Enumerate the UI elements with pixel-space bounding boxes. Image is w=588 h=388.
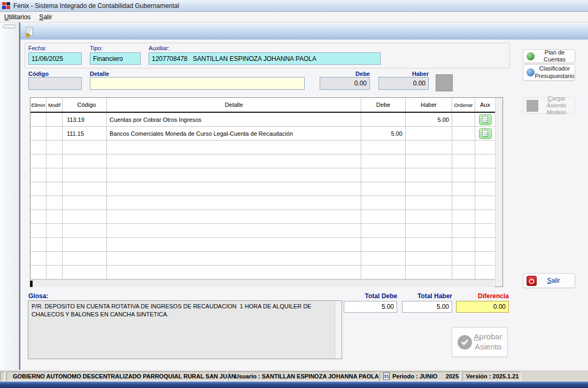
total-haber-field: 5.00 [402, 301, 452, 313]
cell-detalle [107, 182, 361, 196]
green-sphere-icon [527, 52, 535, 60]
codigo-label: Código [28, 71, 49, 77]
menu-utilitarios-mnemonic: U [4, 13, 9, 21]
cell-detalle[interactable]: Cuentas por Cobrar Otros Ingresos [107, 113, 361, 126]
cell-detalle [107, 154, 361, 168]
scrollbar-thumb[interactable] [30, 281, 33, 287]
cell-aux [475, 266, 495, 279]
cell-detalle [107, 210, 361, 223]
cell-ordenar [452, 210, 475, 223]
aux-detail-button[interactable] [479, 128, 492, 139]
total-haber-label: Total Haber [402, 292, 452, 300]
cell-modif [47, 182, 63, 196]
table-row[interactable] [30, 196, 495, 210]
cell-ordenar [452, 252, 475, 265]
haber-input[interactable]: 0.00 [378, 77, 429, 90]
status-version: Versión : 2025.1.21 [462, 371, 521, 381]
menu-salir[interactable]: Salir [35, 12, 56, 22]
table-row[interactable] [30, 141, 495, 154]
cell-codigo [63, 252, 107, 265]
table-row[interactable] [30, 154, 495, 168]
cell-elimin [30, 196, 47, 209]
tipo-field[interactable]: Financiero [90, 52, 141, 65]
cell-haber [406, 141, 452, 154]
table-row[interactable] [30, 210, 495, 224]
table-row[interactable]: 113.19Cuentas por Cobrar Otros Ingresos5… [30, 113, 495, 127]
table-horizontal-scrollbar[interactable] [30, 280, 494, 287]
salir-button[interactable]: Salir [523, 273, 575, 288]
debe-input[interactable]: 0.00 [320, 77, 370, 90]
cell-debe [361, 168, 406, 182]
column-header-haber: Haber [406, 98, 452, 112]
cell-codigo [63, 224, 107, 237]
auxiliar-label: Auxiliar: [149, 45, 169, 51]
table-row[interactable] [30, 266, 495, 280]
cell-elimin [30, 168, 47, 182]
table-row[interactable] [30, 224, 495, 238]
cell-haber [406, 252, 452, 265]
cell-elimin[interactable] [30, 127, 47, 140]
plan-de-cuentas-button[interactable]: Plan de Cuentas [523, 49, 575, 63]
table-row[interactable] [30, 252, 495, 266]
cell-modif [47, 154, 63, 168]
glosa-textarea[interactable]: P/R. DEPOSITO EN CUENTA ROTATIVA DE INGR… [28, 300, 342, 359]
clasificador-presupuestario-button[interactable]: ClasificadorPresupuestario [523, 64, 575, 81]
aux-detail-button[interactable] [479, 114, 492, 125]
cell-elimin[interactable] [30, 113, 47, 126]
cell-modif[interactable] [47, 113, 63, 126]
cell-modif[interactable] [47, 127, 63, 140]
total-debe-field: 5.00 [344, 301, 397, 313]
cell-ordenar[interactable] [452, 127, 475, 140]
cell-aux[interactable] [475, 127, 495, 140]
cell-detalle [107, 252, 361, 265]
cell-codigo[interactable]: 111.15 [63, 127, 107, 140]
menu-utilitarios-rest: tilitarios [9, 13, 31, 21]
aprobar-line2: Asiento [475, 342, 501, 351]
table-row[interactable] [30, 238, 495, 252]
add-entry-button[interactable] [436, 74, 453, 91]
cell-haber [406, 154, 452, 168]
cell-ordenar[interactable] [452, 113, 475, 126]
cargar-asiento-modelo-button[interactable]: Cargar AsientoModelo [523, 97, 575, 114]
menu-utilitarios[interactable]: Utilitarios [0, 12, 35, 22]
detalle-input[interactable] [90, 77, 305, 90]
cell-debe[interactable] [361, 113, 406, 126]
column-header-aux: Aux [475, 98, 495, 112]
cell-codigo[interactable]: 113.19 [63, 113, 107, 126]
column-header-ordenar: Ordenar [452, 98, 475, 112]
cell-haber[interactable] [406, 127, 452, 140]
cell-detalle [107, 238, 361, 251]
cell-modif [47, 210, 63, 223]
auxiliar-field[interactable]: 1207708478 SANTILLAN ESPINOZA JOHANNA PA… [149, 52, 381, 65]
cell-elimin [30, 154, 47, 168]
codigo-input[interactable] [28, 77, 82, 90]
aprobar-asiento-button[interactable]: AprobarAsiento [452, 327, 508, 357]
document-coins-icon[interactable] [25, 27, 35, 37]
cell-aux[interactable] [475, 113, 495, 126]
fecha-field[interactable]: 11/06/2025 [28, 52, 82, 65]
cell-debe [361, 252, 406, 265]
cargar-mnemonic: C [547, 95, 552, 102]
check-icon [458, 335, 472, 350]
table-vertical-scrollbar[interactable] [495, 98, 502, 286]
menu-salir-rest: alir [43, 13, 52, 21]
power-icon [527, 276, 537, 286]
cell-debe[interactable]: 5.00 [361, 127, 406, 140]
status-usuario-text: Usuario : SANTILLAN ESPINOZA JOHANNA PAO… [235, 373, 379, 379]
cell-codigo [63, 238, 107, 251]
fecha-label: Fecha: [28, 45, 47, 51]
cell-haber [406, 224, 452, 237]
table-row[interactable] [30, 168, 495, 182]
cell-detalle[interactable]: Bancos Comerciales Moneda de Curso Legal… [107, 127, 361, 140]
cell-haber[interactable]: 5.00 [406, 113, 452, 126]
cell-detalle [107, 224, 361, 237]
status-bar: GOBIERNO AUTONOMO DESCENTRALIZADO PARROQ… [0, 370, 588, 382]
diferencia-label: Diferencia [456, 292, 509, 300]
cell-elimin [30, 266, 47, 279]
table-row[interactable] [30, 182, 495, 196]
table-row[interactable]: 111.15Bancos Comerciales Moneda de Curso… [30, 127, 495, 141]
cell-elimin [30, 238, 47, 251]
dock-grip[interactable] [3, 25, 16, 28]
glosa-scrollbar[interactable] [335, 301, 342, 359]
toolbar-band [20, 24, 588, 40]
